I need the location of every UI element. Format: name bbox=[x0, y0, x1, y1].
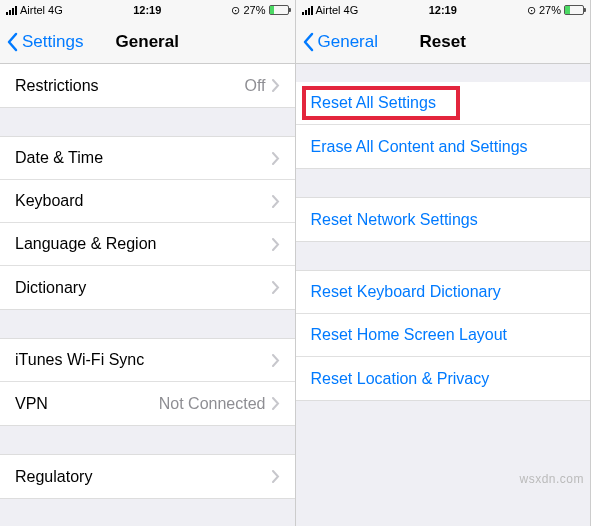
row-reset-all-settings[interactable]: Reset All Settings bbox=[296, 82, 591, 125]
row-erase-all[interactable]: Erase All Content and Settings bbox=[296, 125, 591, 168]
status-bar: Airtel 4G 12:19 ⊙ 27% bbox=[296, 0, 591, 20]
row-date-time[interactable]: Date & Time bbox=[0, 137, 295, 180]
signal-icon bbox=[302, 6, 313, 15]
back-label: Settings bbox=[22, 32, 83, 52]
row-label: Date & Time bbox=[15, 149, 272, 167]
chevron-left-icon bbox=[6, 32, 18, 52]
battery-pct: 27% bbox=[243, 4, 265, 16]
back-label: General bbox=[318, 32, 378, 52]
row-value: Off bbox=[244, 77, 265, 95]
content-reset: Reset All Settings Erase All Content and… bbox=[296, 64, 591, 526]
chevron-right-icon bbox=[272, 397, 280, 410]
network-label: 4G bbox=[344, 4, 359, 16]
chevron-right-icon bbox=[272, 152, 280, 165]
row-label: Keyboard bbox=[15, 192, 272, 210]
screen-reset: Airtel 4G 12:19 ⊙ 27% General Reset Rese… bbox=[296, 0, 592, 526]
back-button[interactable]: Settings bbox=[6, 32, 83, 52]
chevron-right-icon bbox=[272, 354, 280, 367]
row-reset-network[interactable]: Reset Network Settings bbox=[296, 198, 591, 241]
chevron-right-icon bbox=[272, 195, 280, 208]
chevron-right-icon bbox=[272, 79, 280, 92]
row-regulatory[interactable]: Regulatory bbox=[0, 455, 295, 498]
row-keyboard[interactable]: Keyboard bbox=[0, 180, 295, 223]
battery-icon bbox=[269, 5, 289, 15]
row-label: Reset All Settings bbox=[311, 94, 576, 112]
page-title: General bbox=[116, 32, 179, 52]
row-label: Reset Location & Privacy bbox=[311, 370, 576, 388]
row-label: Dictionary bbox=[15, 279, 272, 297]
carrier-label: Airtel bbox=[316, 4, 341, 16]
chevron-right-icon bbox=[272, 238, 280, 251]
signal-icon bbox=[6, 6, 17, 15]
alarm-icon: ⊙ bbox=[527, 4, 536, 17]
battery-pct: 27% bbox=[539, 4, 561, 16]
row-label: Restrictions bbox=[15, 77, 244, 95]
row-label: Regulatory bbox=[15, 468, 272, 486]
row-restrictions[interactable]: Restrictions Off bbox=[0, 64, 295, 107]
screen-general: Airtel 4G 12:19 ⊙ 27% Settings General R… bbox=[0, 0, 296, 526]
nav-bar: General Reset bbox=[296, 20, 591, 64]
row-dictionary[interactable]: Dictionary bbox=[0, 266, 295, 309]
row-itunes-wifi[interactable]: iTunes Wi-Fi Sync bbox=[0, 339, 295, 382]
battery-icon bbox=[564, 5, 584, 15]
row-value: Not Connected bbox=[159, 395, 266, 413]
alarm-icon: ⊙ bbox=[231, 4, 240, 17]
status-bar: Airtel 4G 12:19 ⊙ 27% bbox=[0, 0, 295, 20]
row-label: Reset Home Screen Layout bbox=[311, 326, 576, 344]
row-label: Erase All Content and Settings bbox=[311, 138, 576, 156]
row-label: Reset Network Settings bbox=[311, 211, 576, 229]
network-label: 4G bbox=[48, 4, 63, 16]
chevron-right-icon bbox=[272, 470, 280, 483]
page-title: Reset bbox=[420, 32, 466, 52]
row-label: Reset Keyboard Dictionary bbox=[311, 283, 576, 301]
back-button[interactable]: General bbox=[302, 32, 378, 52]
row-label: VPN bbox=[15, 395, 159, 413]
nav-bar: Settings General bbox=[0, 20, 295, 64]
content-general: Restrictions Off Date & Time Keyboard La… bbox=[0, 64, 295, 526]
row-label: Language & Region bbox=[15, 235, 272, 253]
carrier-label: Airtel bbox=[20, 4, 45, 16]
chevron-right-icon bbox=[272, 281, 280, 294]
row-reset-home-screen[interactable]: Reset Home Screen Layout bbox=[296, 314, 591, 357]
row-label: iTunes Wi-Fi Sync bbox=[15, 351, 272, 369]
row-vpn[interactable]: VPN Not Connected bbox=[0, 382, 295, 425]
row-language-region[interactable]: Language & Region bbox=[0, 223, 295, 266]
chevron-left-icon bbox=[302, 32, 314, 52]
row-reset-keyboard-dictionary[interactable]: Reset Keyboard Dictionary bbox=[296, 271, 591, 314]
row-reset-location-privacy[interactable]: Reset Location & Privacy bbox=[296, 357, 591, 400]
